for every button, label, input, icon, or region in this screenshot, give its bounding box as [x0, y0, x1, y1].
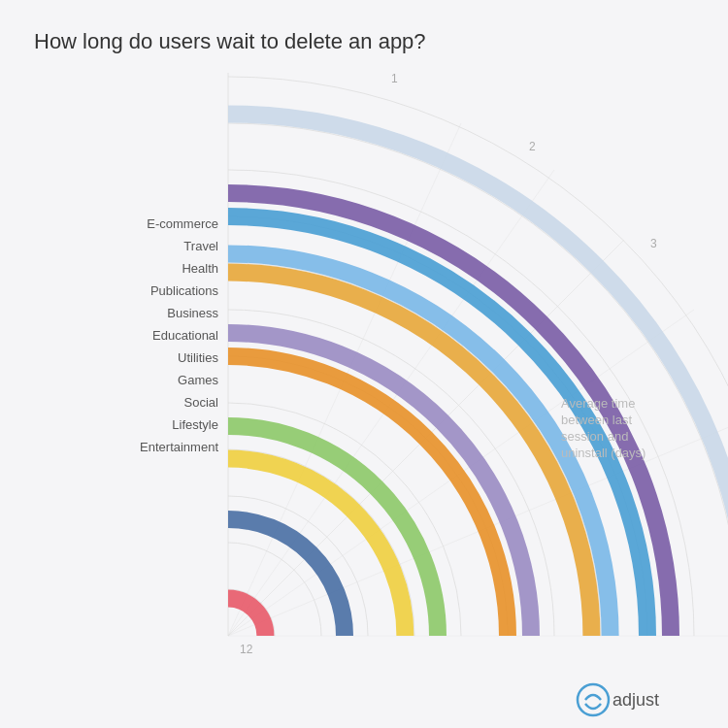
label-health: Health	[182, 261, 218, 276]
axis-label-12: 12	[240, 643, 253, 656]
axis-label-2: 2	[529, 140, 536, 153]
axis-label-7: 7	[713, 722, 720, 723]
adjust-logo-text: adjust	[612, 690, 659, 710]
label-publications: Publications	[150, 283, 219, 298]
annotation-line1: Average time	[561, 396, 635, 411]
chart-title: How long do users wait to delete an app?	[34, 29, 426, 54]
label-social: Social	[184, 395, 219, 410]
axis-label-3: 3	[650, 237, 657, 250]
annotation-line4: uninstall (days)	[561, 446, 645, 460]
label-travel: Travel	[183, 239, 218, 253]
label-games: Games	[178, 373, 218, 387]
annotation-line2: between last	[561, 413, 632, 427]
label-business: Business	[167, 306, 218, 320]
adjust-logo: adjust	[578, 684, 659, 715]
svg-point-7	[578, 684, 609, 715]
label-educational: Educational	[152, 328, 218, 343]
chart-container: How long do users wait to delete an app?	[0, 0, 728, 728]
annotation-line3: session and	[561, 429, 628, 444]
label-entertainment: Entertainment	[140, 440, 218, 454]
category-labels: E-commerce Travel Health Publications Bu…	[140, 216, 218, 454]
label-lifestyle: Lifestyle	[172, 417, 218, 432]
label-ecommerce: E-commerce	[147, 216, 218, 231]
axis-label-1: 1	[391, 73, 398, 85]
label-utilities: Utilities	[178, 350, 218, 365]
annotation-group: Average time between last session and un…	[561, 396, 645, 460]
axis-label-0: 0	[217, 73, 224, 74]
